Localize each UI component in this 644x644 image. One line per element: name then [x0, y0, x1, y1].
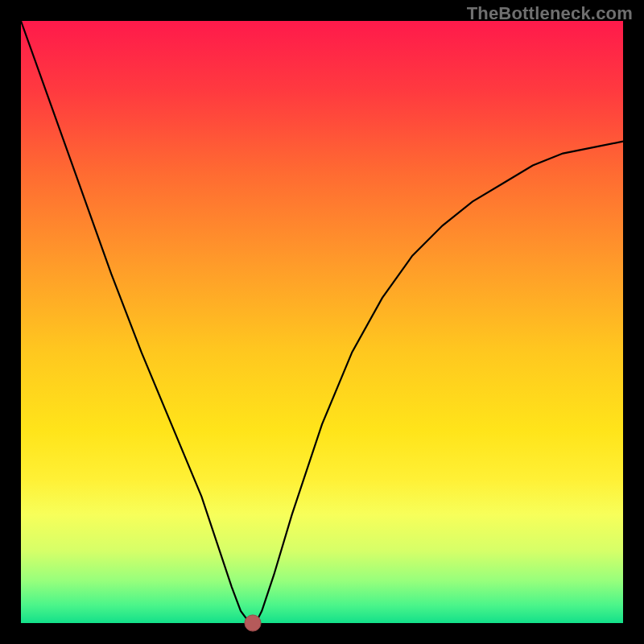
chart-frame: TheBottleneck.com: [0, 0, 644, 644]
minimum-marker: [245, 615, 261, 631]
plot-background: [21, 21, 623, 623]
chart-svg: [0, 0, 644, 644]
